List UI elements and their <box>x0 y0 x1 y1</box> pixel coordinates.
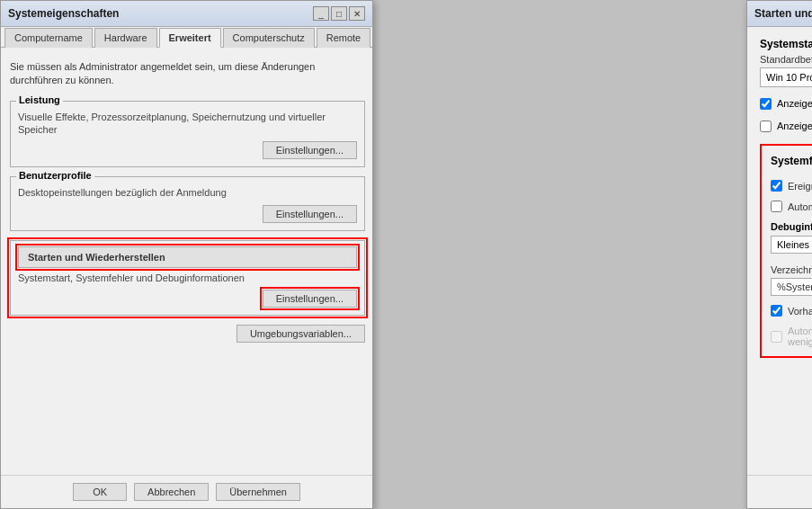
close-btn[interactable]: ✕ <box>349 6 365 21</box>
ereignis-label: Ereignis in das Systemprotokoll eintrage… <box>788 181 812 192</box>
anzeigedauer2-checkbox[interactable] <box>760 121 772 132</box>
systemfehler-section: Systemfehler Ereignis in das Systemproto… <box>760 144 812 358</box>
anzeigedauer1-label: Anzeigedauer der Betriebssystemliste: <box>777 98 812 109</box>
right-bottom-row: OK Abbrechen <box>747 475 812 508</box>
umgebungsvariablen-btn[interactable]: Umgebungsvariablen... <box>236 325 365 343</box>
verzeichnis-label: Verzeichnis für kleines Speicherabbild: <box>771 264 812 275</box>
debug-dropdown-wrapper: Kleines Speicherabbild (256 KB) ▼ <box>771 236 812 254</box>
systemstart-section: Systemstart Standardbetriebssystem: Win … <box>760 38 812 135</box>
anzeigedauer1-checkbox[interactable] <box>760 98 772 110</box>
debug-dropdown[interactable]: Kleines Speicherabbild (256 KB) <box>771 236 812 254</box>
ereignis-checkbox[interactable] <box>771 180 782 192</box>
auto-loschen-row: Automatisches Löschen von Speicherabbild… <box>771 326 812 347</box>
systemfehler-label: Systemfehler <box>771 155 812 167</box>
auto-loschen-checkbox <box>771 331 782 343</box>
tab-computername[interactable]: Computername <box>4 28 93 48</box>
left-abbrechen-btn[interactable]: Abbrechen <box>134 483 209 501</box>
right-title-bar: Starten und Wiederherstellen _ □ ✕ <box>747 1 812 27</box>
left-title-bar: Systemeigenschaften _ □ ✕ <box>1 1 372 27</box>
betriebssystem-dropdown-wrapper: Win 10 Pro (J) 64-bit <box>760 67 812 87</box>
left-ubernehmen-btn[interactable]: Übernehmen <box>216 483 300 501</box>
benutzerprofile-settings-btn[interactable]: Einstellungen... <box>263 205 357 223</box>
right-window-title: Starten und Wiederherstellen <box>754 7 812 20</box>
standardbetrieb-label: Standardbetriebssystem: <box>760 54 812 65</box>
starten-section: Starten und Wiederherstellen Systemstart… <box>10 240 365 316</box>
leistung-section: Leistung Visuelle Effekte, Prozessorzeit… <box>10 101 365 168</box>
benutzerprofile-label: Benutzerprofile <box>16 170 94 181</box>
left-bottom-row: OK Abbrechen Übernehmen <box>1 475 372 508</box>
neustart-row: Automatisch Neustart durchführen <box>771 201 812 212</box>
tab-remote[interactable]: Remote <box>317 28 371 48</box>
neustart-label: Automatisch Neustart durchführen <box>788 201 812 212</box>
benutzerprofile-section: Benutzerprofile Desktopeinstellungen bez… <box>10 176 365 230</box>
tab-hardware[interactable]: Hardware <box>94 28 157 48</box>
starten-desc: Systemstart, Systemfehler und Debuginfor… <box>18 272 357 284</box>
vorhandene-checkbox[interactable] <box>771 305 782 317</box>
minimize-btn[interactable]: _ <box>313 6 329 21</box>
benutzerprofile-desc: Desktopeinstellungen bezüglich der Anmel… <box>18 186 357 199</box>
tab-erweitert[interactable]: Erweitert <box>159 28 221 48</box>
left-ok-btn[interactable]: OK <box>73 483 127 501</box>
leistung-desc: Visuelle Effekte, Prozessorzeitplanung, … <box>18 111 357 137</box>
info-text: Sie müssen als Administrator angemeldet … <box>10 57 365 92</box>
systemstart-label: Systemstart <box>760 38 812 50</box>
neustart-checkbox[interactable] <box>771 201 782 212</box>
maximize-btn[interactable]: □ <box>331 6 347 21</box>
debug-label: Debuginformationen speichern <box>771 221 812 232</box>
betriebssystem-dropdown[interactable]: Win 10 Pro (J) 64-bit <box>760 67 812 87</box>
auto-loschen-label: Automatisches Löschen von Speicherabbild… <box>788 326 812 347</box>
verzeichnis-input[interactable] <box>771 278 812 296</box>
vorhandene-label: Vorhandene Dateien überschreiben <box>788 306 812 317</box>
tab-computerschutz[interactable]: Computerschutz <box>223 28 315 48</box>
leistung-label: Leistung <box>16 94 63 105</box>
leistung-settings-btn[interactable]: Einstellungen... <box>263 141 357 159</box>
left-window-title: Systemeigenschaften <box>8 7 119 20</box>
ereignis-row: Ereignis in das Systemprotokoll eintrage… <box>771 180 812 192</box>
tab-bar: Computername Hardware Erweitert Computer… <box>1 27 372 48</box>
starten-settings-btn[interactable]: Einstellungen... <box>263 290 357 308</box>
starten-button[interactable]: Starten und Wiederherstellen <box>18 246 357 268</box>
vorhandene-row: Vorhandene Dateien überschreiben <box>771 305 812 317</box>
anzeigedauer2-label: Anzeigedauer der Wiederherstellungsoptio… <box>777 121 812 131</box>
